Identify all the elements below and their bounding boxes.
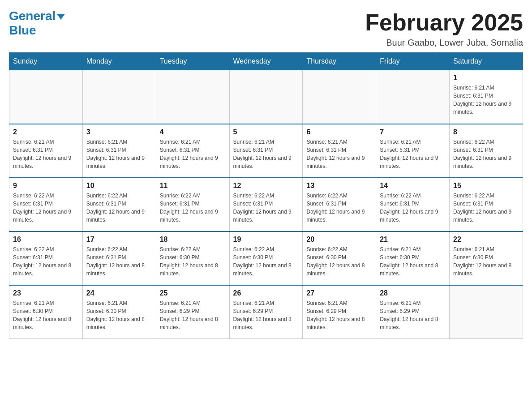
day-info: Sunrise: 6:22 AMSunset: 6:31 PMDaylight:… <box>380 192 446 224</box>
day-number: 26 <box>233 289 299 297</box>
calendar-cell: 10Sunrise: 6:22 AMSunset: 6:31 PMDayligh… <box>82 178 156 231</box>
calendar-cell: 27Sunrise: 6:21 AMSunset: 6:29 PMDayligh… <box>303 285 376 339</box>
day-number: 8 <box>453 128 519 136</box>
calendar-cell: 11Sunrise: 6:22 AMSunset: 6:31 PMDayligh… <box>156 178 229 231</box>
day-info: Sunrise: 6:22 AMSunset: 6:31 PMDaylight:… <box>453 192 519 224</box>
calendar-cell: 21Sunrise: 6:21 AMSunset: 6:30 PMDayligh… <box>376 231 450 285</box>
calendar-cell <box>156 70 229 124</box>
day-info: Sunrise: 6:21 AMSunset: 6:29 PMDaylight:… <box>306 299 372 331</box>
logo-blue-row: Blue <box>9 23 36 38</box>
day-info: Sunrise: 6:21 AMSunset: 6:29 PMDaylight:… <box>380 299 446 331</box>
calendar-table: Sunday Monday Tuesday Wednesday Thursday… <box>9 52 523 339</box>
title-area: February 2025 Buur Gaabo, Lower Juba, So… <box>365 9 523 48</box>
calendar-cell: 13Sunrise: 6:22 AMSunset: 6:31 PMDayligh… <box>303 178 376 231</box>
calendar-cell: 28Sunrise: 6:21 AMSunset: 6:29 PMDayligh… <box>376 285 450 339</box>
day-number: 28 <box>380 289 446 297</box>
day-number: 20 <box>306 235 372 244</box>
day-number: 17 <box>86 235 152 244</box>
day-info: Sunrise: 6:22 AMSunset: 6:31 PMDaylight:… <box>13 245 79 278</box>
header-monday: Monday <box>82 53 156 70</box>
day-number: 14 <box>380 182 446 190</box>
logo-blue: Blue <box>9 23 36 38</box>
logo-general: General <box>9 9 56 23</box>
calendar-cell <box>450 285 523 339</box>
day-info: Sunrise: 6:21 AMSunset: 6:29 PMDaylight:… <box>233 299 299 331</box>
day-number: 13 <box>306 182 372 190</box>
day-number: 4 <box>160 128 226 136</box>
day-number: 16 <box>13 235 79 244</box>
logo: General Blue <box>9 9 65 38</box>
day-info: Sunrise: 6:21 AMSunset: 6:29 PMDaylight:… <box>160 299 226 331</box>
day-number: 27 <box>306 289 372 297</box>
day-number: 3 <box>86 128 152 136</box>
calendar-week-0: 1Sunrise: 6:21 AMSunset: 6:31 PMDaylight… <box>9 70 523 124</box>
calendar-cell: 8Sunrise: 6:22 AMSunset: 6:31 PMDaylight… <box>450 124 523 178</box>
header-thursday: Thursday <box>303 53 376 70</box>
day-info: Sunrise: 6:22 AMSunset: 6:31 PMDaylight:… <box>86 192 152 224</box>
day-number: 15 <box>453 182 519 190</box>
header-tuesday: Tuesday <box>156 53 229 70</box>
calendar-cell <box>9 70 83 124</box>
calendar-cell: 17Sunrise: 6:22 AMSunset: 6:31 PMDayligh… <box>82 231 156 285</box>
calendar-cell: 6Sunrise: 6:21 AMSunset: 6:31 PMDaylight… <box>303 124 376 178</box>
day-info: Sunrise: 6:21 AMSunset: 6:30 PMDaylight:… <box>380 245 446 278</box>
day-info: Sunrise: 6:22 AMSunset: 6:30 PMDaylight:… <box>233 245 299 278</box>
header-friday: Friday <box>376 53 450 70</box>
day-info: Sunrise: 6:21 AMSunset: 6:31 PMDaylight:… <box>13 138 79 170</box>
day-info: Sunrise: 6:21 AMSunset: 6:31 PMDaylight:… <box>160 138 226 170</box>
day-info: Sunrise: 6:22 AMSunset: 6:31 PMDaylight:… <box>306 192 372 224</box>
calendar-cell: 25Sunrise: 6:21 AMSunset: 6:29 PMDayligh… <box>156 285 229 339</box>
day-number: 6 <box>306 128 372 136</box>
day-info: Sunrise: 6:22 AMSunset: 6:30 PMDaylight:… <box>306 245 372 278</box>
day-info: Sunrise: 6:21 AMSunset: 6:31 PMDaylight:… <box>453 84 519 116</box>
calendar-cell <box>303 70 376 124</box>
calendar-cell: 19Sunrise: 6:22 AMSunset: 6:30 PMDayligh… <box>229 231 303 285</box>
day-number: 1 <box>453 74 519 82</box>
day-number: 9 <box>13 182 79 190</box>
logo-text: General <box>9 9 65 23</box>
calendar-cell: 5Sunrise: 6:21 AMSunset: 6:31 PMDaylight… <box>229 124 303 178</box>
calendar-cell: 24Sunrise: 6:21 AMSunset: 6:30 PMDayligh… <box>82 285 156 339</box>
day-number: 10 <box>86 182 152 190</box>
day-number: 5 <box>233 128 299 136</box>
calendar-cell: 22Sunrise: 6:21 AMSunset: 6:30 PMDayligh… <box>450 231 523 285</box>
day-info: Sunrise: 6:21 AMSunset: 6:30 PMDaylight:… <box>453 245 519 278</box>
day-number: 23 <box>13 289 79 297</box>
day-info: Sunrise: 6:21 AMSunset: 6:30 PMDaylight:… <box>13 299 79 331</box>
day-number: 21 <box>380 235 446 244</box>
calendar-week-4: 23Sunrise: 6:21 AMSunset: 6:30 PMDayligh… <box>9 285 523 339</box>
day-info: Sunrise: 6:22 AMSunset: 6:31 PMDaylight:… <box>86 245 152 278</box>
day-info: Sunrise: 6:21 AMSunset: 6:31 PMDaylight:… <box>380 138 446 170</box>
calendar-cell: 16Sunrise: 6:22 AMSunset: 6:31 PMDayligh… <box>9 231 83 285</box>
calendar-week-3: 16Sunrise: 6:22 AMSunset: 6:31 PMDayligh… <box>9 231 523 285</box>
calendar-cell: 7Sunrise: 6:21 AMSunset: 6:31 PMDaylight… <box>376 124 450 178</box>
calendar-week-1: 2Sunrise: 6:21 AMSunset: 6:31 PMDaylight… <box>9 124 523 178</box>
day-info: Sunrise: 6:21 AMSunset: 6:31 PMDaylight:… <box>306 138 372 170</box>
header-wednesday: Wednesday <box>229 53 303 70</box>
header-row: Sunday Monday Tuesday Wednesday Thursday… <box>9 53 523 70</box>
day-number: 22 <box>453 235 519 244</box>
calendar-week-2: 9Sunrise: 6:22 AMSunset: 6:31 PMDaylight… <box>9 178 523 231</box>
day-info: Sunrise: 6:21 AMSunset: 6:30 PMDaylight:… <box>86 299 152 331</box>
day-number: 19 <box>233 235 299 244</box>
calendar-cell: 18Sunrise: 6:22 AMSunset: 6:30 PMDayligh… <box>156 231 229 285</box>
calendar-cell: 3Sunrise: 6:21 AMSunset: 6:31 PMDaylight… <box>82 124 156 178</box>
calendar-cell <box>229 70 303 124</box>
calendar-cell: 9Sunrise: 6:22 AMSunset: 6:31 PMDaylight… <box>9 178 83 231</box>
calendar-title: February 2025 <box>365 9 523 36</box>
day-number: 12 <box>233 182 299 190</box>
day-info: Sunrise: 6:22 AMSunset: 6:31 PMDaylight:… <box>13 192 79 224</box>
header-sunday: Sunday <box>9 53 83 70</box>
calendar-cell <box>82 70 156 124</box>
calendar-cell: 4Sunrise: 6:21 AMSunset: 6:31 PMDaylight… <box>156 124 229 178</box>
day-info: Sunrise: 6:21 AMSunset: 6:31 PMDaylight:… <box>86 138 152 170</box>
day-number: 24 <box>86 289 152 297</box>
calendar-cell: 23Sunrise: 6:21 AMSunset: 6:30 PMDayligh… <box>9 285 83 339</box>
calendar-cell: 15Sunrise: 6:22 AMSunset: 6:31 PMDayligh… <box>450 178 523 231</box>
calendar-cell: 1Sunrise: 6:21 AMSunset: 6:31 PMDaylight… <box>450 70 523 124</box>
day-info: Sunrise: 6:21 AMSunset: 6:31 PMDaylight:… <box>233 138 299 170</box>
calendar-cell <box>376 70 450 124</box>
day-info: Sunrise: 6:22 AMSunset: 6:30 PMDaylight:… <box>160 245 226 278</box>
calendar-cell: 20Sunrise: 6:22 AMSunset: 6:30 PMDayligh… <box>303 231 376 285</box>
day-info: Sunrise: 6:22 AMSunset: 6:31 PMDaylight:… <box>160 192 226 224</box>
